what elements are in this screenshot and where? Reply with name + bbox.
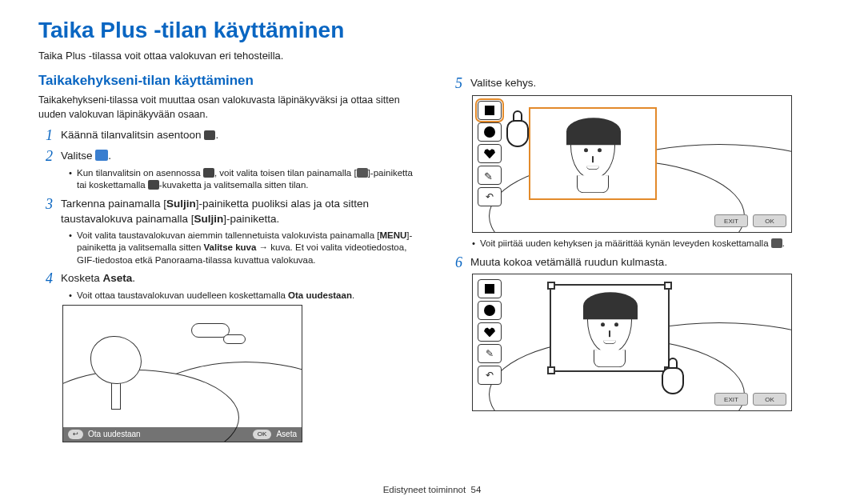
step-2: 2 Valitse . (38, 149, 416, 165)
bullet-4a: Voit ottaa taustavalokuvan uudelleen kos… (69, 290, 416, 302)
shape-square-button[interactable] (478, 101, 502, 120)
illustration-tree-landscape: ↩ Ota uudestaan OK Aseta (62, 305, 302, 442)
shape-circle-button[interactable] (478, 122, 502, 142)
shape-heart-button[interactable] (478, 144, 502, 163)
back-icon: ↩ (68, 430, 83, 439)
step-1: 1 Käännä tilanvalitsin asentoon . (38, 128, 416, 144)
shape-sidebar: ✎ ↶ (478, 279, 505, 385)
brush-button[interactable]: ✎ (478, 166, 502, 185)
ok-button[interactable]: OK (753, 214, 786, 227)
ok-button[interactable]: OK (753, 393, 786, 406)
bullet-5a: Voit piirtää uuden kehyksen ja määrittää… (472, 238, 826, 250)
exit-button[interactable]: EXIT (714, 214, 748, 227)
step-3: 3 Tarkenna painamalla [Suljin]-painikett… (38, 197, 416, 227)
photo-frame-selected[interactable] (529, 107, 657, 200)
shape-circle-button[interactable] (478, 301, 502, 320)
page-title: Taika Plus -tilan käyttäminen (38, 14, 826, 46)
step1-text-post: . (215, 129, 218, 141)
resize-handle-bl[interactable] (547, 366, 555, 374)
step-num-5: 5 (448, 76, 462, 92)
step-num-6: 6 (448, 255, 462, 271)
mode-dial-icon (204, 130, 215, 140)
touch-hand-icon (500, 110, 540, 150)
resize-handle-tl[interactable] (547, 282, 555, 290)
step-5: 5 Valitse kehys. (448, 76, 826, 92)
retake-label: Ota uudestaan (88, 429, 141, 440)
back-button-icon (357, 168, 368, 178)
ok-pill: OK (253, 430, 272, 439)
touch-hand-icon (655, 358, 695, 398)
step1-text-pre: Käännä tilanvalitsin asentoon (61, 129, 204, 141)
page-intro: Taika Plus -tilassa voit ottaa valokuvan… (38, 49, 826, 63)
bullet-2a: Kun tilanvalitsin on asennossa , voit va… (69, 167, 416, 192)
brush-button[interactable]: ✎ (478, 344, 502, 363)
illustration-footer-bar: EXIT OK (714, 393, 786, 406)
right-column: 5 Valitse kehys. ✎ ↶ (448, 71, 826, 442)
step2-text-post: . (108, 150, 111, 162)
mode-dial-icon (203, 168, 214, 178)
resize-handle-tr[interactable] (664, 282, 672, 290)
photo-frame-resizable[interactable] (550, 284, 670, 372)
shape-square-button[interactable] (478, 279, 502, 298)
step-num-2: 2 (38, 149, 53, 165)
left-column: Taikakehykseni-tilan käyttäminen Taikake… (38, 71, 416, 442)
shape-heart-button[interactable] (478, 322, 502, 342)
set-label: Aseta (276, 429, 297, 440)
bullet-3a: Voit valita taustavalokuvan aiemmin tall… (69, 230, 416, 267)
step-6: 6 Muuta kokoa vetämällä ruudun kulmasta. (448, 255, 826, 271)
illustration-resize-frame: ✎ ↶ EXIT OK (472, 274, 792, 411)
step-4: 4 Kosketa Aseta. (38, 271, 416, 287)
step-num-1: 1 (38, 128, 53, 144)
illustration-bottom-bar: ↩ Ota uudestaan OK Aseta (63, 427, 302, 442)
undo-button[interactable]: ↶ (478, 187, 502, 206)
mode-dial-icon (148, 180, 159, 190)
step-num-4: 4 (38, 271, 53, 287)
left-subintro: Taikakehykseni-tilassa voit muuttaa osan… (38, 94, 416, 122)
step-num-3: 3 (38, 197, 53, 227)
step2-text-pre: Valitse (61, 150, 95, 162)
illustration-select-frame: ✎ ↶ EXIT OK (472, 95, 792, 233)
brush-icon (771, 238, 782, 248)
exit-button[interactable]: EXIT (714, 393, 748, 406)
left-subhead: Taikakehykseni-tilan käyttäminen (38, 71, 416, 90)
undo-button[interactable]: ↶ (478, 366, 502, 385)
page-footer: Edistyneet toiminnot 54 (0, 483, 864, 496)
magic-frame-icon (95, 150, 108, 161)
illustration-footer-bar: EXIT OK (714, 214, 786, 227)
